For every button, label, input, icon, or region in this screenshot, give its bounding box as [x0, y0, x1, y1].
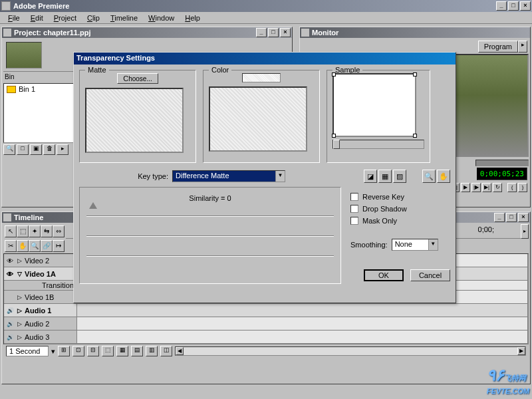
mark-in-button[interactable]: {: [507, 183, 517, 192]
step-forward-button[interactable]: |▶: [471, 183, 481, 192]
monitor-scrubber[interactable]: [475, 160, 529, 166]
reverse-key-checkbox[interactable]: Reverse Key: [350, 191, 450, 203]
bin-item-label: Bin 1: [19, 85, 35, 93]
maximize-button[interactable]: □: [508, 1, 519, 11]
zoom-tool[interactable]: 🔍: [29, 240, 41, 252]
link-tool[interactable]: 🔗: [41, 240, 53, 252]
scroll-track[interactable]: [184, 347, 517, 355]
key-type-dropdown[interactable]: Difference Matte ▼: [172, 170, 285, 182]
expand-icon[interactable]: ▷: [17, 321, 22, 327]
in-out-tool[interactable]: ↦: [53, 240, 65, 252]
tl-opt-3[interactable]: ⊟: [87, 346, 99, 356]
menu-edit[interactable]: Edit: [25, 13, 49, 23]
menu-timeline[interactable]: Timeline: [105, 13, 143, 23]
close-button[interactable]: ×: [520, 1, 531, 11]
timeline-menu-button[interactable]: ▸: [521, 224, 529, 239]
project-close-button[interactable]: ×: [280, 28, 291, 37]
track-head-video1a[interactable]: 👁 ▽ Video 1A: [4, 267, 77, 280]
track-content-audio1[interactable]: [77, 304, 528, 317]
chevron-down-icon: ▼: [428, 239, 438, 250]
dialog-titlebar[interactable]: Transparency Settings: [74, 53, 456, 65]
track-content-audio2[interactable]: [77, 317, 528, 330]
timeline-window-icon: [3, 213, 11, 221]
track-head-audio2[interactable]: 🔊 ▷ Audio 2: [4, 317, 77, 330]
project-tool-menu[interactable]: ▸: [57, 144, 68, 155]
selection-tool[interactable]: ↖: [5, 225, 17, 237]
edit-tool[interactable]: ✦: [29, 225, 41, 237]
menu-help[interactable]: Help: [180, 13, 205, 23]
color-chip[interactable]: [242, 73, 281, 82]
project-window-title: Project: chapter11.ppj: [14, 29, 91, 37]
project-tool-new-item[interactable]: ▣: [30, 144, 42, 155]
timeline-maximize-button[interactable]: □: [506, 213, 517, 222]
tl-opt-8[interactable]: ◫: [160, 346, 172, 356]
track-head-audio1[interactable]: 🔊 ▷ Audio 1: [4, 304, 77, 317]
range-tool[interactable]: ⬚: [17, 225, 29, 237]
mark-out-button[interactable]: }: [518, 183, 527, 192]
sample-preview[interactable]: [332, 73, 416, 137]
project-tool-find[interactable]: 🔍: [3, 144, 15, 155]
collapse-icon[interactable]: ▽: [17, 271, 22, 277]
expand-icon[interactable]: ▷: [17, 307, 22, 314]
scroll-left-button[interactable]: ◀: [176, 347, 184, 355]
expand-icon[interactable]: ▷: [17, 257, 22, 264]
zoom-icon[interactable]: 🔍: [422, 170, 436, 183]
mask-only-checkbox[interactable]: Mask Only: [350, 215, 450, 227]
scroll-right-button[interactable]: ▶: [517, 347, 525, 355]
track-head-video1b[interactable]: ▷ Video 1B: [4, 291, 77, 303]
frame-forward-button[interactable]: ▶|: [482, 183, 491, 192]
tl-opt-7[interactable]: ▥: [146, 346, 158, 356]
menu-file[interactable]: File: [3, 13, 25, 23]
cancel-button[interactable]: Cancel: [410, 269, 450, 281]
expand-icon[interactable]: ▷: [17, 334, 22, 340]
project-titlebar[interactable]: Project: chapter11.ppj _ □ ×: [2, 27, 292, 38]
choose-button[interactable]: Choose...: [117, 73, 158, 84]
timeline-minimize-button[interactable]: _: [494, 213, 505, 222]
track-head-video2[interactable]: 👁 ▷ Video 2: [4, 254, 77, 267]
eye-icon[interactable]: 👁: [7, 257, 15, 264]
track-head-transition[interactable]: Transition: [4, 281, 77, 290]
menu-project[interactable]: Project: [49, 13, 82, 23]
monitor-menu-button[interactable]: ▸: [518, 41, 527, 53]
tl-opt-4[interactable]: ⬚: [102, 346, 114, 356]
timeline-close-button[interactable]: ×: [518, 213, 529, 222]
sample-slider[interactable]: [332, 140, 424, 149]
zoom-select[interactable]: 1 Second: [6, 346, 49, 356]
color-preview-icon[interactable]: ▨: [393, 170, 406, 183]
project-tool-delete[interactable]: 🗑: [43, 144, 55, 155]
speaker-icon[interactable]: 🔊: [7, 321, 15, 327]
loop-button[interactable]: ↻: [493, 183, 502, 192]
checker-preview-icon[interactable]: ▦: [378, 170, 392, 183]
track-content-audio3[interactable]: [77, 331, 528, 343]
bw-preview-icon[interactable]: ◪: [364, 170, 377, 183]
smoothing-dropdown[interactable]: None ▼: [392, 239, 438, 251]
ripple-tool[interactable]: ⇆: [41, 225, 53, 237]
project-minimize-button[interactable]: _: [256, 28, 267, 37]
app-titlebar: Adobe Premiere _ □ ×: [0, 0, 532, 12]
project-tool-new-bin[interactable]: □: [17, 144, 29, 155]
razor-tool[interactable]: ✂: [5, 240, 17, 252]
tl-opt-1[interactable]: ⊞: [58, 346, 70, 356]
hand-icon[interactable]: ✋: [437, 170, 450, 183]
ok-button[interactable]: OK: [364, 269, 404, 281]
speaker-icon[interactable]: 🔊: [7, 334, 15, 340]
rate-tool[interactable]: ⇔: [53, 225, 65, 237]
speaker-icon[interactable]: 🔊: [7, 307, 15, 314]
menu-window[interactable]: Window: [143, 13, 180, 23]
tl-opt-5[interactable]: ▦: [116, 346, 128, 356]
monitor-titlebar[interactable]: Monitor: [300, 27, 530, 38]
hand-tool[interactable]: ✋: [17, 240, 29, 252]
menubar: File Edit Project Clip Timeline Window H…: [0, 12, 532, 24]
eye-icon[interactable]: 👁: [7, 271, 15, 277]
tl-opt-6[interactable]: ▤: [131, 346, 143, 356]
similarity-slider-thumb[interactable]: [89, 202, 97, 209]
drop-shadow-checkbox[interactable]: Drop Shadow: [350, 203, 450, 215]
menu-clip[interactable]: Clip: [82, 13, 105, 23]
tl-opt-2[interactable]: ⊡: [72, 346, 84, 356]
play-button[interactable]: ▶: [461, 183, 470, 192]
tab-program[interactable]: Program: [478, 41, 518, 53]
minimize-button[interactable]: _: [496, 1, 507, 11]
expand-icon[interactable]: ▷: [17, 294, 22, 301]
project-maximize-button[interactable]: □: [268, 28, 279, 37]
track-head-audio3[interactable]: 🔊 ▷ Audio 3: [4, 331, 77, 343]
